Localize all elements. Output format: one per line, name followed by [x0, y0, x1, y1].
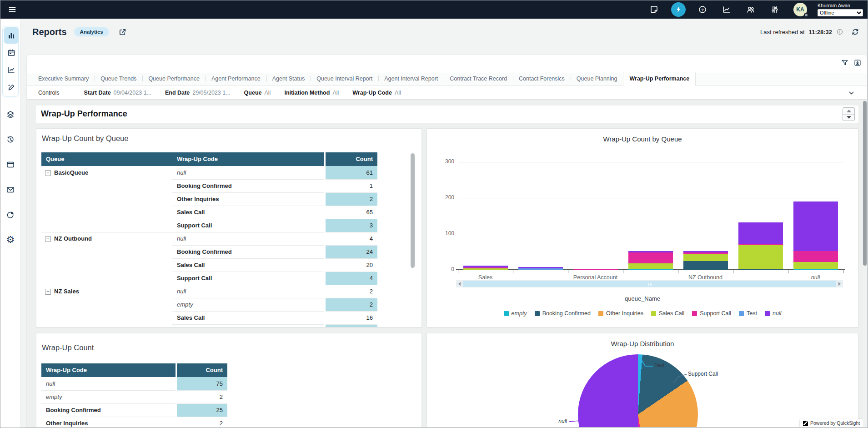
bar-sales[interactable] [463, 266, 508, 270]
table-row[interactable]: null75 [41, 377, 227, 390]
history-icon [6, 135, 15, 144]
tab-contract-trace-record[interactable]: Contract Trace Record [444, 72, 513, 86]
table-row[interactable]: Sales Call65 [41, 206, 377, 219]
sidebar-item-schedule[interactable] [4, 45, 19, 61]
table-row[interactable]: Other Inquiries2 [41, 417, 227, 427]
table-row[interactable]: −NZ Outboundnull4 [41, 232, 377, 245]
scroll-right-button[interactable] [836, 280, 843, 287]
legend-swatch [598, 311, 603, 316]
realtime-metrics-icon[interactable] [671, 2, 686, 17]
preferences-sliders-icon[interactable] [768, 2, 782, 17]
collapse-toggle-icon[interactable]: − [45, 289, 51, 295]
agent-status-select[interactable]: Offline [818, 9, 863, 16]
powered-by-badge: Powered by QuickSight [800, 419, 863, 427]
sidebar-item-settings[interactable]: ⚙ [3, 234, 18, 246]
column-header-count: Count [326, 152, 377, 166]
legend-item-empty[interactable]: empty [504, 310, 527, 317]
table-row[interactable]: empty2 [41, 298, 377, 311]
filter-end-date[interactable]: End Date29/05/2023 1... [165, 90, 231, 96]
metrics-chart-icon[interactable] [719, 2, 734, 17]
page-vertical-scrollbar[interactable] [863, 101, 867, 428]
legend-label: Booking Confirmed [542, 310, 591, 317]
tab-agent-interval-report[interactable]: Agent Interval Report [378, 72, 444, 86]
filter-icon[interactable] [841, 59, 849, 67]
tab-queue-planning[interactable]: Queue Planning [571, 72, 623, 86]
table-row[interactable]: Support Call3 [41, 219, 377, 232]
scrollbar-track[interactable] [463, 281, 836, 287]
scroll-up-button[interactable] [843, 108, 854, 114]
info-icon[interactable] [836, 28, 843, 35]
filter-start-date[interactable]: Start Date09/04/2023 1... [84, 90, 151, 96]
sidebar-item-design[interactable] [4, 79, 19, 96]
chart-horizontal-scrollbar[interactable] [456, 280, 843, 287]
sidebar-item-reports[interactable] [4, 27, 19, 44]
collapse-toggle-icon[interactable]: − [45, 236, 51, 242]
table-row[interactable]: Booking Confirmed25 [41, 403, 227, 417]
agents-icon[interactable] [743, 2, 758, 17]
filter-queue[interactable]: QueueAll [244, 90, 271, 96]
tab-contact-forensics[interactable]: Contact Forensics [513, 72, 571, 86]
filter-wrap-up-code[interactable]: Wrap-Up CodeAll [352, 90, 401, 96]
tab-queue-interval-report[interactable]: Queue Interval Report [311, 72, 378, 86]
sheet-title-bar: Wrap-Up Performance [36, 106, 858, 123]
legend-item-null[interactable]: null [765, 310, 781, 317]
notes-icon[interactable] [647, 2, 662, 17]
scrollbar-thumb[interactable] [863, 101, 867, 266]
legend-swatch [692, 311, 697, 316]
tab-agent-performance[interactable]: Agent Performance [206, 72, 266, 86]
tab-queue-trends[interactable]: Queue Trends [95, 72, 142, 86]
legend-label: empty [512, 310, 527, 317]
table-row[interactable]: −NZ Salesnull2 [41, 285, 377, 298]
table-row[interactable]: empty2 [41, 390, 227, 403]
hamburger-menu-icon[interactable] [5, 2, 20, 17]
queue-cell [41, 298, 172, 311]
tab-agent-status[interactable]: Agent Status [266, 72, 311, 86]
x-axis-category-label: null [788, 274, 843, 281]
sidebar-item-trends[interactable] [4, 62, 19, 78]
layers-icon [6, 110, 15, 119]
table-row[interactable]: Support Call [41, 324, 377, 327]
bar-null[interactable] [793, 201, 838, 270]
bar-segment-sales-call [628, 263, 673, 269]
table-row[interactable]: −BasicQueuenull61 [41, 166, 377, 179]
sidebar-item-mail[interactable] [3, 184, 18, 196]
queue-cell [41, 179, 172, 192]
sidebar-item-distribution[interactable] [3, 209, 18, 221]
bar-category-4[interactable] [628, 251, 673, 270]
legend-item-sales-call[interactable]: Sales Call [651, 310, 684, 317]
table-row[interactable]: Booking Confirmed1 [41, 179, 377, 192]
tab-queue-performance[interactable]: Queue Performance [142, 72, 206, 86]
table-vertical-scrollbar[interactable] [411, 153, 415, 268]
tab-wrap-up-performance[interactable]: Wrap-Up Performance [623, 72, 696, 86]
bar-personal-account[interactable] [573, 269, 618, 270]
table-row[interactable]: Booking Confirmed24 [41, 245, 377, 258]
external-link-icon[interactable] [118, 28, 127, 36]
bar-nz-outbound[interactable] [683, 251, 728, 270]
table-row[interactable]: Sales Call16 [41, 311, 377, 324]
help-icon[interactable]: ? [695, 2, 710, 17]
sidebar-item-app-window[interactable] [3, 159, 18, 171]
bar-category-2[interactable] [518, 267, 563, 270]
filter-initiation-method[interactable]: Initiation MethodAll [284, 90, 339, 96]
collapse-toggle-icon[interactable]: − [45, 170, 51, 176]
legend-item-test[interactable]: Test [739, 310, 757, 317]
table-row[interactable]: Other Inquiries2 [41, 192, 377, 206]
bar-category-6[interactable] [738, 222, 783, 270]
user-avatar[interactable]: KA [793, 3, 807, 16]
pie-chart[interactable] [578, 354, 698, 427]
legend-item-other-inquiries[interactable]: Other Inquiries [598, 310, 643, 317]
refresh-icon[interactable] [851, 28, 859, 36]
tab-executive-summary[interactable]: Executive Summary [32, 72, 95, 86]
sidebar-item-history[interactable] [3, 134, 18, 146]
scroll-down-button[interactable] [843, 114, 854, 121]
table-row[interactable]: Sales Call20 [41, 258, 377, 272]
legend-item-support-call[interactable]: Support Call [692, 310, 731, 317]
table-row[interactable]: Support Call4 [41, 272, 377, 285]
scroll-left-button[interactable] [456, 280, 463, 287]
sidebar-item-layers[interactable] [3, 109, 18, 121]
legend-item-booking-confirmed[interactable]: Booking Confirmed [535, 310, 591, 317]
export-icon[interactable] [853, 59, 862, 67]
legend-swatch [535, 311, 540, 316]
wrapup-code-cell: Sales Call [172, 258, 324, 272]
controls-collapse-chevron[interactable] [848, 89, 855, 97]
